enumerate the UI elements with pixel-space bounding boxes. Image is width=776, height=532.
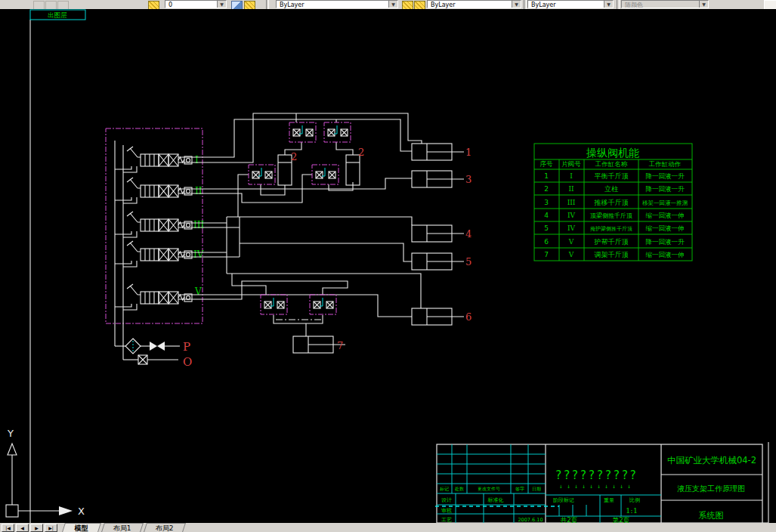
- table-cell: 调架千斤顶: [595, 251, 629, 258]
- table-cell: IV: [567, 212, 576, 219]
- table-cell: 立柱: [604, 185, 619, 193]
- valve-numeral: IV: [193, 249, 204, 260]
- chevron-down-icon[interactable]: ▼: [604, 1, 613, 8]
- plotstyle-combo: 随颜色 ▼: [621, 0, 709, 8]
- plotstyle-combo-value: 随颜色: [625, 2, 643, 8]
- toolbar-separator: [617, 0, 620, 9]
- drawing-title: 液压支架工作原理图: [677, 484, 745, 493]
- table-cell: 6: [544, 238, 549, 246]
- cylinder-label: 2: [358, 147, 364, 158]
- ucs-icon: [6, 444, 73, 517]
- table-cell: 7: [544, 251, 549, 258]
- hydraulic-piping: [115, 113, 422, 360]
- table-cell: V: [568, 238, 574, 246]
- table-cell: 顶梁侧推千斤顶: [589, 212, 632, 219]
- table-title: 操纵阀机能: [586, 147, 639, 159]
- table-cell: 缩一回液一伸: [646, 251, 685, 258]
- table-cell: 缩一回液一伸: [646, 212, 685, 219]
- table-cell: 5: [544, 224, 549, 232]
- table-cell: 缩一回液一伸: [646, 224, 685, 232]
- table-header: 工作缸名称: [595, 160, 628, 168]
- titleblock-label: 标记: [439, 486, 449, 492]
- port-p-label: P: [183, 340, 190, 354]
- model-space-canvas[interactable]: 出图层 I II III IV V: [0, 9, 776, 523]
- table-cell: 掩护梁侧推千斤顶: [590, 225, 632, 232]
- table-cell: 4: [544, 212, 549, 219]
- titleblock-label: 审核: [441, 508, 452, 514]
- tab-layout2[interactable]: 布局2: [144, 523, 186, 532]
- scale-value: 1:1: [626, 506, 638, 515]
- total-pages: 共2页: [560, 516, 577, 523]
- table-header: 序号: [540, 160, 554, 168]
- table-cell: II: [568, 185, 574, 193]
- titleblock-label: 比例: [629, 497, 640, 503]
- titleblock-label: 更改文件号: [478, 486, 500, 491]
- table-cell: I: [570, 172, 573, 180]
- table-cell: IV: [567, 224, 576, 232]
- titleblock-label: 设计: [441, 497, 452, 503]
- sheet-border: [30, 10, 768, 523]
- lineweight-combo-value: ByLayer: [531, 2, 556, 8]
- chevron-down-icon: ▼: [699, 1, 708, 8]
- sheet-type: 系统图: [699, 511, 724, 521]
- titleblock-label: 签字: [515, 486, 524, 491]
- cylinder-label: 5: [465, 256, 471, 268]
- table-cell: 2: [544, 185, 549, 193]
- tab-model[interactable]: 模型: [62, 523, 101, 532]
- table-cell: 降一回液一升: [646, 238, 685, 246]
- table-header: 工作缸动作: [648, 160, 682, 168]
- titleblock-label: 重量: [604, 497, 614, 503]
- tab-nav-first-icon[interactable]: |◀: [2, 524, 14, 532]
- table-cell: III: [567, 199, 576, 206]
- lineweight-combo[interactable]: ByLayer ▼: [527, 0, 614, 8]
- tab-nav-next-icon[interactable]: ▶: [30, 524, 43, 532]
- cylinder-label: 4: [465, 228, 471, 240]
- chevron-down-icon[interactable]: ▼: [388, 1, 397, 8]
- layer-combo[interactable]: 0 ▼: [165, 0, 227, 8]
- titleblock-label: 处数: [454, 486, 464, 492]
- table-cell: 推移千斤顶: [594, 199, 629, 206]
- tab-layout1[interactable]: 布局1: [101, 523, 144, 532]
- missing-font-marks: ↓↓↓↓↓↓↓↓↓↓: [559, 484, 635, 489]
- cylinder-label: 2: [291, 151, 297, 162]
- page-number: 第2页: [613, 516, 629, 523]
- valve-numeral: I: [195, 155, 199, 165]
- table-cell: 降一回液一升: [646, 172, 685, 180]
- titleblock-label: 阶段标记: [553, 497, 574, 503]
- cylinder-label: 6: [465, 311, 471, 323]
- ucs-x-label: X: [78, 506, 85, 517]
- layer-combo-value: 0: [168, 2, 172, 8]
- valve-numeral: V: [194, 286, 202, 297]
- titleblock-label: 工艺: [441, 517, 452, 523]
- color-combo-value: ByLayer: [280, 2, 305, 8]
- toolbar-separator: [524, 0, 527, 9]
- tab-nav-last-icon[interactable]: ▶|: [45, 524, 57, 532]
- titleblock-label: 日期: [532, 486, 541, 492]
- missing-font-text: ??????????: [555, 469, 638, 482]
- table-cell: 3: [544, 199, 549, 206]
- table-cell: 平衡千斤顶: [595, 172, 629, 180]
- cylinder-label: 1: [465, 147, 471, 158]
- table-cell: 移架一回液一推溜: [642, 200, 688, 206]
- tab-nav-prev-icon[interactable]: ◀: [16, 524, 29, 532]
- cylinder-label: 7: [337, 340, 343, 351]
- table-cell: 护帮千斤顶: [594, 238, 629, 246]
- corner-label: 出图层: [48, 11, 67, 19]
- table-cell: 降一回液一升: [646, 185, 685, 193]
- linetype-combo[interactable]: ByLayer ▼: [427, 0, 521, 8]
- valve-numeral: II: [195, 186, 203, 196]
- cylinder-label: 3: [465, 174, 471, 185]
- table-cell: V: [568, 251, 574, 258]
- chevron-down-icon[interactable]: ▼: [512, 1, 521, 8]
- layout-tab-bar: |◀ ◀ ▶ ▶| 模型 布局1 布局2: [0, 523, 776, 532]
- port-o-label: O: [183, 355, 192, 369]
- chevron-down-icon[interactable]: ▼: [217, 1, 226, 8]
- supply-ports: [115, 339, 180, 364]
- toolbar-separator: [266, 0, 269, 9]
- university-name: 中国矿业大学机械04-2: [667, 455, 756, 466]
- valve-numeral: III: [193, 220, 204, 230]
- titleblock-date: 2007.6.10: [518, 517, 543, 523]
- linetype-combo-value: ByLayer: [431, 2, 456, 8]
- color-combo[interactable]: ByLayer ▼: [276, 0, 398, 8]
- titleblock-label: 标准化: [487, 497, 504, 503]
